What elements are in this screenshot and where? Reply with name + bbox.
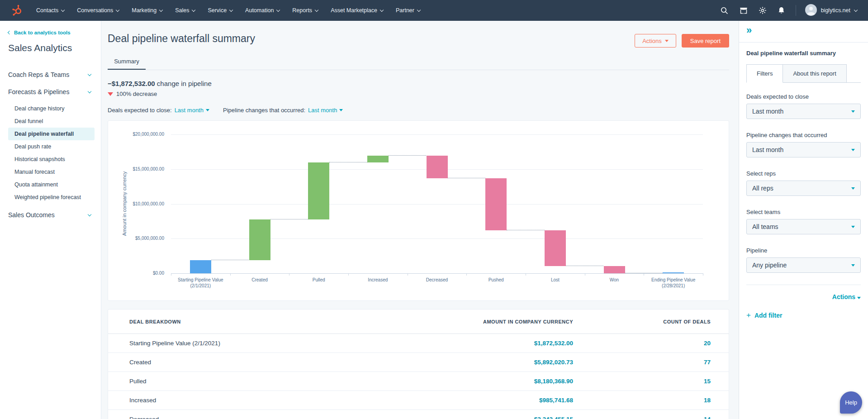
bar-ending-pipeline-value[interactable] xyxy=(663,272,684,273)
nav-item-conversations[interactable]: Conversations xyxy=(71,0,125,21)
bar-created[interactable] xyxy=(249,219,270,260)
collapse-panel-icon[interactable]: » xyxy=(746,25,752,35)
sidebar-item-historical-snapshots[interactable]: Historical snapshots xyxy=(8,153,95,166)
bar-won[interactable] xyxy=(604,266,625,273)
x-axis-tick xyxy=(171,273,171,276)
column-header-count[interactable]: COUNT OF DEALS xyxy=(573,319,729,324)
waterfall-connector xyxy=(270,219,308,219)
chevron-down-icon xyxy=(159,8,163,11)
main-content: Deal pipeline waterfall summary Actions … xyxy=(101,21,739,419)
chevron-down-icon xyxy=(229,8,233,11)
nav-item-automation[interactable]: Automation xyxy=(239,0,286,21)
filter-label-select-teams: Select teams xyxy=(746,209,861,215)
count-cell[interactable]: 15 xyxy=(573,378,729,385)
y-axis-tick-label: $10,000,000.00 xyxy=(114,201,164,206)
notifications-bell-icon[interactable] xyxy=(773,0,790,21)
sidebar-section-header-coach-reps-teams[interactable]: Coach Reps & Teams xyxy=(8,66,101,83)
help-button[interactable]: Help xyxy=(840,391,862,414)
chevron-down-icon xyxy=(88,212,91,216)
panel-body: Deals expected to closeLast monthPipelin… xyxy=(746,84,861,319)
bar-starting-pipeline-value[interactable] xyxy=(190,260,211,273)
panel-title: Deal pipeline waterfall summary xyxy=(746,50,836,57)
sidebar-item-deal-change-history[interactable]: Deal change history xyxy=(8,102,95,115)
panel-tab-about[interactable]: About this report xyxy=(783,64,846,83)
trend-label: 100% decrease xyxy=(116,90,157,97)
x-axis-tick xyxy=(289,273,289,276)
back-to-analytics-link[interactable]: Back to analytics tools xyxy=(8,30,101,35)
header-buttons: Actions Save report xyxy=(635,34,729,48)
column-header-amount[interactable]: AMOUNT IN COMPANY CURRENCY xyxy=(383,319,573,324)
count-cell[interactable]: 77 xyxy=(573,359,729,366)
nav-item-reports[interactable]: Reports xyxy=(286,0,324,21)
x-axis-label-decreased: Decreased xyxy=(408,277,467,283)
table-row-pulled: Pulled$8,180,368.9015 xyxy=(108,372,729,391)
count-cell[interactable]: 14 xyxy=(573,416,729,419)
x-axis-tick xyxy=(585,273,585,276)
column-header-deal-breakdown[interactable]: DEAL BREAKDOWN xyxy=(108,319,383,324)
filter-select-pipeline[interactable]: Any pipeline xyxy=(746,257,861,273)
bar-pulled[interactable] xyxy=(308,162,329,219)
filter-label-pipeline-changes-that-occurred: Pipeline changes that occurred xyxy=(746,132,861,138)
amount-cell[interactable]: $1,872,532.00 xyxy=(383,340,573,347)
back-link-label: Back to analytics tools xyxy=(14,30,71,35)
chevron-down-icon xyxy=(116,8,119,11)
filter-selected-value: Last month xyxy=(752,108,783,115)
deal-breakdown-cell: Increased xyxy=(108,397,383,404)
nav-item-partner[interactable]: Partner xyxy=(389,0,427,21)
amount-cell[interactable]: $3,243,455.15 xyxy=(383,416,573,419)
chevron-down-icon xyxy=(192,8,195,11)
bar-increased[interactable] xyxy=(367,156,389,162)
add-filter-link[interactable]: + Add filter xyxy=(746,311,861,319)
nav-item-sales[interactable]: Sales xyxy=(169,0,201,21)
sidebar-item-manual-forecast[interactable]: Manual forecast xyxy=(8,166,95,178)
nav-item-marketing[interactable]: Marketing xyxy=(125,0,169,21)
filter-selected-value: All reps xyxy=(752,185,773,192)
sidebar-item-deal-push-rate[interactable]: Deal push rate xyxy=(8,140,95,153)
filter-select-select-reps[interactable]: All reps xyxy=(746,181,861,196)
hubspot-logo-icon[interactable] xyxy=(12,5,24,16)
bar-decreased[interactable] xyxy=(427,156,448,178)
inline-filter-value[interactable]: Last month xyxy=(175,107,209,114)
filter-select-select-teams[interactable]: All teams xyxy=(746,219,861,234)
filter-selected-value: Any pipeline xyxy=(752,262,787,269)
panel-tab-filters[interactable]: Filters xyxy=(746,64,783,83)
pipeline-change-label: change in pipeline xyxy=(157,80,212,87)
sidebar-sections: Coach Reps & TeamsForecasts & PipelinesD… xyxy=(8,66,101,224)
bar-pushed[interactable] xyxy=(485,178,507,230)
nav-item-contacts[interactable]: Contacts xyxy=(30,0,71,21)
panel-tabs: Filters About this report xyxy=(746,64,861,83)
account-menu[interactable]: biglytics.net xyxy=(802,4,861,17)
y-axis-tick-label: $5,000,000.00 xyxy=(114,236,164,241)
nav-divider xyxy=(796,5,796,16)
bar-lost[interactable] xyxy=(545,230,566,266)
save-report-button[interactable]: Save report xyxy=(682,34,729,48)
amount-cell[interactable]: $985,741.68 xyxy=(383,397,573,404)
actions-button[interactable]: Actions xyxy=(635,34,676,48)
count-cell[interactable]: 18 xyxy=(573,397,729,404)
sidebar-item-deal-funnel[interactable]: Deal funnel xyxy=(8,115,95,128)
inline-filter-value[interactable]: Last month xyxy=(308,107,343,114)
nav-item-service[interactable]: Service xyxy=(201,0,239,21)
settings-gear-icon[interactable] xyxy=(754,0,771,21)
filter-select-pipeline-changes-that-occurred[interactable]: Last month xyxy=(746,142,861,157)
amount-cell[interactable]: $5,892,020.73 xyxy=(383,359,573,366)
panel-actions-link[interactable]: Actions xyxy=(746,293,861,300)
sidebar-item-quota-attainment[interactable]: Quota attainment xyxy=(8,178,95,191)
amount-cell[interactable]: $8,180,368.90 xyxy=(383,378,573,385)
chevron-down-icon xyxy=(380,8,384,11)
x-axis-label-starting-pipeline-value: Starting Pipeline Value(2/1/2021) xyxy=(171,277,230,289)
waterfall-connector xyxy=(448,178,486,178)
sidebar-item-deal-pipeline-waterfall[interactable]: Deal pipeline waterfall xyxy=(8,128,95,140)
sidebar-section-header-sales-outcomes[interactable]: Sales Outcomes xyxy=(8,206,101,224)
filter-select-deals-expected-to-close[interactable]: Last month xyxy=(746,104,861,119)
nav-item-asset-marketplace[interactable]: Asset Marketplace xyxy=(324,0,389,21)
tab-summary[interactable]: Summary xyxy=(108,58,146,65)
sidebar-item-weighted-pipeline-forecast[interactable]: Weighted pipeline forecast xyxy=(8,191,95,204)
sidebar-section-header-forecasts-pipelines[interactable]: Forecasts & Pipelines xyxy=(8,83,101,100)
marketplace-icon[interactable] xyxy=(735,0,752,21)
count-cell[interactable]: 20 xyxy=(573,340,729,347)
panel-filters: Deals expected to closeLast monthPipelin… xyxy=(746,93,861,273)
x-axis-label-pushed: Pushed xyxy=(466,277,526,283)
chevron-down-icon xyxy=(854,8,858,11)
search-icon[interactable] xyxy=(716,0,733,21)
